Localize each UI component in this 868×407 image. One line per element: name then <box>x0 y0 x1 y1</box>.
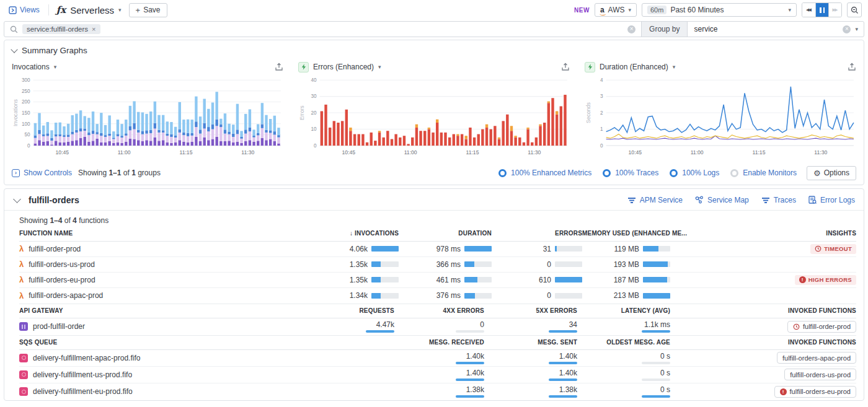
invocations-cell-bar <box>371 261 399 267</box>
sqs-table-body: delivery-fulfillment-apac-prod.fifo1.40k… <box>19 350 856 400</box>
zoom-out-button[interactable] <box>847 2 862 17</box>
sqs-queue-name-cell[interactable]: delivery-fulfillment-us-prod.fifo <box>19 370 293 379</box>
collapse-chevron-icon[interactable] <box>11 46 17 53</box>
svg-text:0: 0 <box>314 143 317 149</box>
chevron-down-icon[interactable]: ▾ <box>673 64 676 70</box>
service-map-icon <box>695 196 704 204</box>
memory-cell: 213 MB <box>582 291 670 300</box>
save-button[interactable]: +Save <box>129 3 167 17</box>
svg-text:10:45: 10:45 <box>629 149 642 155</box>
col-function-name[interactable]: FUNCTION NAME <box>19 230 296 237</box>
filter-tag-label: service:fulfill-orders <box>27 25 88 33</box>
svg-text:2: 2 <box>600 110 603 116</box>
memory-cell: 193 MB <box>582 260 670 269</box>
col-insights[interactable]: INSIGHTS <box>670 230 856 237</box>
show-controls-button[interactable]: › Show Controls <box>12 168 72 177</box>
toggle-100-logs[interactable]: 100% Logs <box>670 168 719 177</box>
invoked-function-chip[interactable]: fulfill-orders-apac-prod <box>777 352 856 364</box>
col-oldest-mesg-age: OLDEST MESG. AGE <box>577 339 670 346</box>
clock-icon <box>793 323 800 330</box>
errors-cell-value: 610 <box>539 276 551 284</box>
toggle-100-enhanced-metrics[interactable]: 100% Enhanced Metrics <box>498 168 591 177</box>
insight-badge[interactable]: TIMEOUT <box>810 244 856 254</box>
export-icon[interactable] <box>275 63 283 71</box>
options-label: Options <box>824 168 849 177</box>
group-by-input[interactable]: service <box>688 25 843 33</box>
mesg-sent-cell: 1.38k <box>484 385 577 398</box>
search-bar[interactable]: service:fulfill-orders × × Group by serv… <box>4 21 864 37</box>
error-icon: ! <box>780 388 787 395</box>
sqs-queue-name-cell[interactable]: delivery-fulfillment-eu-prod.fifo <box>19 387 293 396</box>
invoked-function-chip[interactable]: !fulfill-orders-eu-prod <box>774 386 856 398</box>
error-logs-link[interactable]: Error Logs <box>808 196 855 204</box>
errors-cell: 31 <box>492 245 582 253</box>
rewind-button[interactable]: ◀◀ <box>802 3 815 17</box>
mesg-sent-cell: 1.40k <box>484 352 577 364</box>
function-name-cell[interactable]: λfulfill-orders-eu-prod <box>19 276 296 284</box>
views-button[interactable]: Views <box>5 6 43 14</box>
mesg-received-cell-value: 1.40k <box>466 369 484 377</box>
lambda-icon: λ <box>19 292 24 300</box>
function-name-cell[interactable]: λfulfill-orders-apac-prod <box>19 291 296 300</box>
duration-cell-value: 978 ms <box>436 245 461 253</box>
clear-group-by-icon[interactable]: × <box>843 25 851 33</box>
export-icon[interactable] <box>561 63 570 71</box>
errors-cell: 0 <box>492 291 582 300</box>
clear-search-icon[interactable]: × <box>627 25 636 33</box>
chart-title-0[interactable]: Invocations <box>12 63 50 71</box>
search-input[interactable] <box>100 22 622 37</box>
groups-showing-text: Showing 1–1 of 1 groups <box>78 168 161 177</box>
toggle-label: 100% Enhanced Metrics <box>511 168 591 177</box>
col-invocations[interactable]: ↓ INVOCATIONS <box>296 230 399 237</box>
forward-button[interactable]: ▶▶ <box>828 3 841 17</box>
api-gateway-name-cell[interactable]: prod-fulfill-order <box>19 322 293 331</box>
sort-desc-icon: ↓ <box>350 230 353 237</box>
service-map-link[interactable]: Service Map <box>695 196 749 204</box>
col-4xx-errors: 4XX ERRORS <box>394 307 484 314</box>
svg-text:Seconds: Seconds <box>585 102 591 123</box>
chevron-down-icon[interactable]: ▾ <box>855 26 858 32</box>
col-mesg-sent: MESG. SENT <box>484 339 577 346</box>
pause-button[interactable] <box>815 3 828 17</box>
apm-service-link[interactable]: APM Service <box>627 196 683 204</box>
invoked-function-chip[interactable]: fulfill-orders-us-prod <box>784 369 856 380</box>
filter-tag[interactable]: service:fulfill-orders × <box>22 24 100 34</box>
collapse-chevron-icon[interactable] <box>13 195 21 203</box>
sqs-queue-name: delivery-fulfillment-us-prod.fifo <box>33 370 132 379</box>
service-group-panel: fulfill-orders APM Service Service Map T… <box>4 188 864 401</box>
app-switcher[interactable]: ƒx Serverless ▾ <box>54 4 124 15</box>
insights-cell: !HIGH ERRORS <box>670 275 856 285</box>
traces-link[interactable]: Traces <box>761 196 796 204</box>
chart-column-2: Duration (Enhanced)▾01234Seconds10:4511:… <box>577 58 864 164</box>
insight-label: TIMEOUT <box>824 245 852 252</box>
errors-cell: 610 <box>492 276 582 284</box>
provider-select[interactable]: a AWS ▾ <box>595 3 637 17</box>
toggle-100-traces[interactable]: 100% Traces <box>603 168 658 177</box>
chart-title-1[interactable]: Errors (Enhanced) <box>313 63 374 71</box>
duration-cell-bar <box>464 293 492 299</box>
time-range-select[interactable]: 60m Past 60 Minutes ▾ <box>642 3 797 17</box>
col-duration[interactable]: DURATION <box>399 230 492 237</box>
chevron-down-icon[interactable]: ▾ <box>378 64 381 70</box>
requests-cell: 4.47k <box>293 320 394 333</box>
plus-icon: + <box>136 6 141 15</box>
page-title: Serverless <box>70 5 114 15</box>
function-name-cell[interactable]: λfulfill-order-prod <box>19 245 296 253</box>
sqs-queue-name-cell[interactable]: delivery-fulfillment-apac-prod.fifo <box>19 354 293 362</box>
invoked-functions-cell: fulfill-order-prod <box>670 321 856 333</box>
views-icon <box>9 6 17 14</box>
toggle-enable-monitors[interactable]: Enable Monitors <box>730 168 797 177</box>
invocations-cell-value: 1.35k <box>350 260 368 269</box>
chart-header-2: Duration (Enhanced)▾ <box>585 59 856 75</box>
mesg-sent-cell-value: 1.38k <box>559 385 577 394</box>
col-errors[interactable]: ERRORS <box>492 230 582 237</box>
insight-badge[interactable]: !HIGH ERRORS <box>795 275 856 285</box>
chart-title-2[interactable]: Duration (Enhanced) <box>600 63 668 71</box>
invoked-function-chip[interactable]: fulfill-order-prod <box>787 321 856 333</box>
options-button[interactable]: ⚙Options <box>807 166 856 180</box>
col-memory[interactable]: MEMORY USED (ENHANCED ME... <box>582 230 670 237</box>
export-icon[interactable] <box>848 63 856 71</box>
function-name-cell[interactable]: λfulfill-orders-us-prod <box>19 260 296 269</box>
chevron-down-icon[interactable]: ▾ <box>54 64 57 70</box>
remove-tag-icon[interactable]: × <box>92 25 95 33</box>
